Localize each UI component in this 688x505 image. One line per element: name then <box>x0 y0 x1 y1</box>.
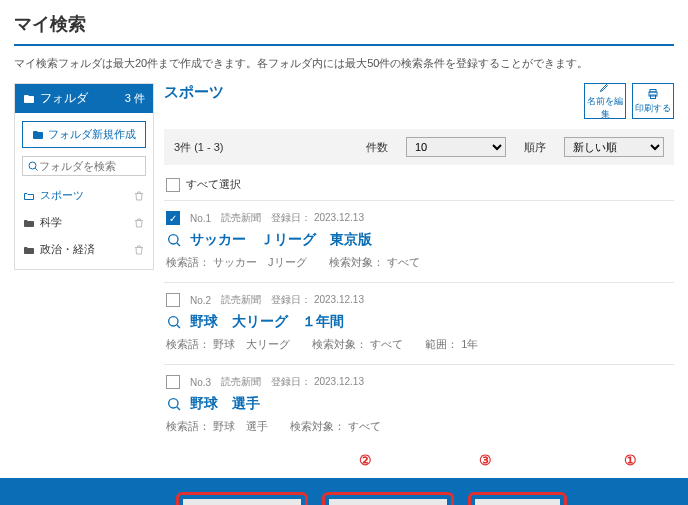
highlight-copy: フォルダに複製 <box>176 492 308 505</box>
folder-search[interactable] <box>22 156 146 176</box>
item-no: No.1 <box>190 213 211 224</box>
page-description: マイ検索フォルダは最大20件まで作成できます。各フォルダ内には最大50件の検索条… <box>14 56 674 71</box>
svg-line-10 <box>177 407 180 410</box>
perpage-select[interactable]: 10 <box>406 137 506 157</box>
callout-1: ① <box>624 452 637 468</box>
callout-3: ③ <box>479 452 492 468</box>
new-folder-label: フォルダ新規作成 <box>48 128 136 140</box>
item-meta: 検索語： 野球 大リーグ 検索対象： すべて 範囲： 1年 <box>166 337 672 352</box>
folder-icon <box>23 190 35 202</box>
svg-line-6 <box>177 243 180 246</box>
svg-point-7 <box>169 317 178 326</box>
sidebar-folder-count: 3 件 <box>125 91 145 106</box>
header-rule <box>14 44 674 46</box>
new-folder-button[interactable]: フォルダ新規作成 <box>22 121 146 148</box>
copy-to-folder-button[interactable]: フォルダに複製 <box>183 499 301 505</box>
sidebar-item-label: 科学 <box>40 215 62 230</box>
magnifier-icon <box>166 396 182 412</box>
move-to-folder-button[interactable]: フォルダに移動 <box>329 499 447 505</box>
printer-icon <box>647 88 659 100</box>
svg-point-9 <box>169 399 178 408</box>
folder-search-input[interactable] <box>39 160 141 172</box>
folder-icon <box>23 244 35 256</box>
item-checkbox[interactable] <box>166 375 180 389</box>
select-all[interactable]: すべて選択 <box>164 173 674 200</box>
folder-sidebar: フォルダ 3 件 フォルダ新規作成 スポーツ科学政治・経済 <box>14 83 154 270</box>
current-folder-title: スポーツ <box>164 83 224 102</box>
item-title-link[interactable]: 野球 選手 <box>190 395 260 413</box>
highlight-delete: 削除する <box>468 492 567 505</box>
item-checkbox[interactable] <box>166 293 180 307</box>
magnifier-icon <box>166 314 182 330</box>
item-no: No.2 <box>190 295 211 306</box>
page-title: マイ検索 <box>14 12 674 36</box>
item-regdate: 登録日： 2023.12.13 <box>271 293 364 307</box>
item-regdate: 登録日： 2023.12.13 <box>271 211 364 225</box>
folder-icon <box>23 93 35 105</box>
folder-plus-icon <box>32 129 44 141</box>
callout-numbers: ② ③ ① <box>164 452 674 478</box>
sidebar-header-label: フォルダ <box>40 90 88 107</box>
search-item: No.2読売新聞登録日： 2023.12.13野球 大リーグ １年間検索語： 野… <box>164 282 674 364</box>
perpage-label: 件数 <box>366 140 388 155</box>
item-meta: 検索語： 野球 選手 検索対象： すべて <box>166 419 672 434</box>
sidebar-header: フォルダ 3 件 <box>15 84 153 113</box>
search-item: ✓No.1読売新聞登録日： 2023.12.13サッカー Ｊリーグ 東京版検索語… <box>164 200 674 282</box>
result-range: 3件 (1 - 3) <box>174 140 348 155</box>
sort-label: 順序 <box>524 140 546 155</box>
svg-line-8 <box>177 325 180 328</box>
svg-point-0 <box>29 162 36 169</box>
sidebar-item-科学[interactable]: 科学 <box>15 209 153 236</box>
folder-icon <box>23 217 35 229</box>
callout-2: ② <box>359 452 372 468</box>
item-title-link[interactable]: 野球 大リーグ １年間 <box>190 313 344 331</box>
search-icon <box>27 160 39 172</box>
edit-name-button[interactable]: 名前を編集 <box>584 83 626 119</box>
print-button[interactable]: 印刷する <box>632 83 674 119</box>
select-all-checkbox[interactable] <box>166 178 180 192</box>
sidebar-item-政治・経済[interactable]: 政治・経済 <box>15 236 153 263</box>
search-item: No.3読売新聞登録日： 2023.12.13野球 選手検索語： 野球 選手 検… <box>164 364 674 446</box>
select-all-label: すべて選択 <box>186 177 241 192</box>
svg-line-1 <box>35 168 37 170</box>
delete-folder-icon[interactable] <box>133 190 145 202</box>
item-checkbox[interactable]: ✓ <box>166 211 180 225</box>
item-no: No.3 <box>190 377 211 388</box>
item-source: 読売新聞 <box>221 211 261 225</box>
item-title-link[interactable]: サッカー Ｊリーグ 東京版 <box>190 231 372 249</box>
delete-folder-icon[interactable] <box>133 217 145 229</box>
pencil-icon <box>599 81 611 93</box>
delete-button[interactable]: 削除する <box>475 499 560 505</box>
item-meta: 検索語： サッカー Jリーグ 検索対象： すべて <box>166 255 672 270</box>
sidebar-item-スポーツ[interactable]: スポーツ <box>15 182 153 209</box>
item-regdate: 登録日： 2023.12.13 <box>271 375 364 389</box>
edit-name-label: 名前を編集 <box>585 95 625 121</box>
sidebar-item-label: スポーツ <box>40 188 84 203</box>
main-panel: スポーツ 名前を編集 印刷する <box>164 83 674 478</box>
item-source: 読売新聞 <box>221 375 261 389</box>
print-label: 印刷する <box>635 102 671 115</box>
magnifier-icon <box>166 232 182 248</box>
sidebar-item-label: 政治・経済 <box>40 242 95 257</box>
svg-point-5 <box>169 235 178 244</box>
item-source: 読売新聞 <box>221 293 261 307</box>
sort-select[interactable]: 新しい順 <box>564 137 664 157</box>
highlight-move: フォルダに移動 <box>322 492 454 505</box>
bulk-action-bar: 選択して編集 1 件 フォルダに複製 フォルダに移動 削除する 選択解除 <box>0 478 688 505</box>
list-controls: 3件 (1 - 3) 件数 10 順序 新しい順 <box>164 129 674 165</box>
delete-folder-icon[interactable] <box>133 244 145 256</box>
